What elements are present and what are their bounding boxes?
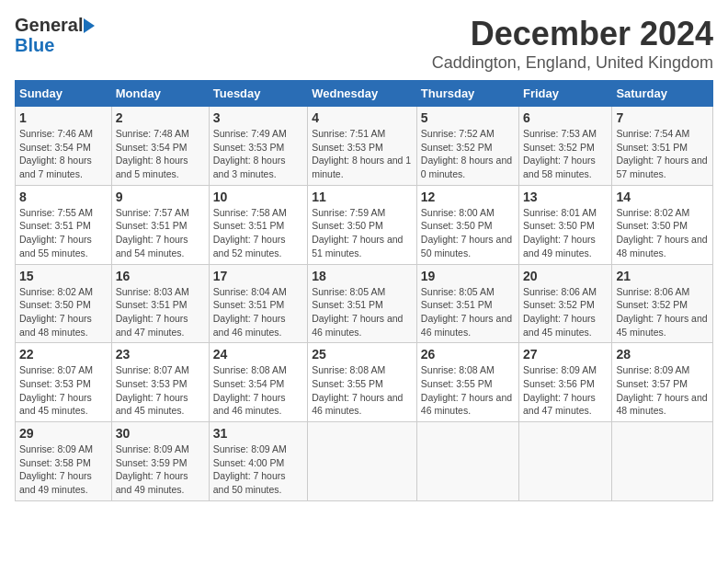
day-number: 17 bbox=[213, 269, 303, 283]
day-info: Sunrise: 8:08 AMSunset: 3:55 PMDaylight:… bbox=[421, 364, 512, 416]
calendar-subtitle: Caddington, England, United Kingdom bbox=[432, 53, 713, 73]
day-info: Sunrise: 8:04 AMSunset: 3:51 PMDaylight:… bbox=[213, 286, 287, 338]
day-info: Sunrise: 8:07 AMSunset: 3:53 PMDaylight:… bbox=[19, 364, 93, 416]
day-info: Sunrise: 8:09 AMSunset: 3:57 PMDaylight:… bbox=[616, 364, 707, 416]
calendar-cell: 21 Sunrise: 8:06 AMSunset: 3:52 PMDaylig… bbox=[612, 264, 713, 343]
calendar-cell: 24 Sunrise: 8:08 AMSunset: 3:54 PMDaylig… bbox=[209, 343, 307, 422]
header-wednesday: Wednesday bbox=[308, 81, 417, 107]
day-number: 28 bbox=[616, 347, 709, 362]
day-number: 7 bbox=[616, 110, 709, 125]
day-info: Sunrise: 8:00 AMSunset: 3:50 PMDaylight:… bbox=[421, 207, 512, 259]
calendar-cell bbox=[612, 422, 713, 501]
header-tuesday: Tuesday bbox=[209, 81, 307, 107]
header-sunday: Sunday bbox=[16, 81, 112, 107]
day-info: Sunrise: 8:07 AMSunset: 3:53 PMDaylight:… bbox=[116, 364, 189, 416]
day-number: 21 bbox=[616, 269, 709, 283]
day-number: 30 bbox=[116, 426, 205, 441]
day-number: 3 bbox=[213, 110, 303, 125]
calendar-cell: 9 Sunrise: 7:57 AMSunset: 3:51 PMDayligh… bbox=[111, 185, 209, 264]
day-number: 26 bbox=[421, 347, 515, 362]
calendar-week-row: 22 Sunrise: 8:07 AMSunset: 3:53 PMDaylig… bbox=[16, 343, 713, 422]
day-info: Sunrise: 8:02 AMSunset: 3:50 PMDaylight:… bbox=[616, 207, 707, 259]
calendar-cell: 26 Sunrise: 8:08 AMSunset: 3:55 PMDaylig… bbox=[416, 343, 518, 422]
header-thursday: Thursday bbox=[416, 81, 518, 107]
day-info: Sunrise: 8:06 AMSunset: 3:52 PMDaylight:… bbox=[616, 286, 707, 338]
day-number: 2 bbox=[116, 110, 205, 125]
calendar-table: SundayMondayTuesdayWednesdayThursdayFrid… bbox=[15, 80, 713, 501]
calendar-week-row: 8 Sunrise: 7:55 AMSunset: 3:51 PMDayligh… bbox=[16, 185, 713, 264]
day-number: 1 bbox=[19, 110, 108, 125]
day-info: Sunrise: 8:05 AMSunset: 3:51 PMDaylight:… bbox=[421, 286, 512, 338]
calendar-cell: 7 Sunrise: 7:54 AMSunset: 3:51 PMDayligh… bbox=[612, 107, 713, 186]
day-number: 27 bbox=[523, 347, 608, 362]
day-info: Sunrise: 7:59 AMSunset: 3:50 PMDaylight:… bbox=[312, 207, 403, 259]
calendar-cell: 12 Sunrise: 8:00 AMSunset: 3:50 PMDaylig… bbox=[416, 185, 518, 264]
day-number: 9 bbox=[116, 190, 205, 204]
day-info: Sunrise: 7:52 AMSunset: 3:52 PMDaylight:… bbox=[421, 128, 512, 179]
day-info: Sunrise: 7:51 AMSunset: 3:53 PMDaylight:… bbox=[312, 128, 411, 179]
day-number: 18 bbox=[312, 269, 413, 283]
day-number: 10 bbox=[213, 190, 303, 204]
calendar-cell: 31 Sunrise: 8:09 AMSunset: 4:00 PMDaylig… bbox=[209, 422, 307, 501]
day-info: Sunrise: 8:01 AMSunset: 3:50 PMDaylight:… bbox=[523, 207, 597, 259]
day-info: Sunrise: 7:54 AMSunset: 3:51 PMDaylight:… bbox=[616, 128, 707, 179]
day-info: Sunrise: 8:05 AMSunset: 3:51 PMDaylight:… bbox=[312, 286, 403, 338]
calendar-cell: 5 Sunrise: 7:52 AMSunset: 3:52 PMDayligh… bbox=[416, 107, 518, 186]
calendar-week-row: 15 Sunrise: 8:02 AMSunset: 3:50 PMDaylig… bbox=[16, 264, 713, 343]
day-number: 8 bbox=[19, 190, 108, 204]
calendar-cell: 8 Sunrise: 7:55 AMSunset: 3:51 PMDayligh… bbox=[16, 185, 112, 264]
day-number: 23 bbox=[116, 347, 205, 362]
header-friday: Friday bbox=[519, 81, 612, 107]
calendar-cell: 16 Sunrise: 8:03 AMSunset: 3:51 PMDaylig… bbox=[111, 264, 209, 343]
day-number: 13 bbox=[523, 190, 608, 204]
calendar-cell: 28 Sunrise: 8:09 AMSunset: 3:57 PMDaylig… bbox=[612, 343, 713, 422]
calendar-cell: 10 Sunrise: 7:58 AMSunset: 3:51 PMDaylig… bbox=[209, 185, 307, 264]
day-number: 15 bbox=[19, 269, 108, 283]
calendar-cell: 17 Sunrise: 8:04 AMSunset: 3:51 PMDaylig… bbox=[209, 264, 307, 343]
day-info: Sunrise: 7:46 AMSunset: 3:54 PMDaylight:… bbox=[19, 128, 93, 179]
calendar-cell: 22 Sunrise: 8:07 AMSunset: 3:53 PMDaylig… bbox=[16, 343, 112, 422]
logo-top-text: General bbox=[15, 15, 95, 35]
calendar-cell: 11 Sunrise: 7:59 AMSunset: 3:50 PMDaylig… bbox=[308, 185, 417, 264]
day-number: 24 bbox=[213, 347, 303, 362]
logo: General Blue bbox=[15, 15, 95, 55]
day-info: Sunrise: 7:49 AMSunset: 3:53 PMDaylight:… bbox=[213, 128, 287, 179]
calendar-cell: 15 Sunrise: 8:02 AMSunset: 3:50 PMDaylig… bbox=[16, 264, 112, 343]
calendar-cell: 1 Sunrise: 7:46 AMSunset: 3:54 PMDayligh… bbox=[16, 107, 112, 186]
calendar-title: December 2024 bbox=[432, 15, 713, 53]
calendar-cell: 23 Sunrise: 8:07 AMSunset: 3:53 PMDaylig… bbox=[111, 343, 209, 422]
day-number: 6 bbox=[523, 110, 608, 125]
day-number: 29 bbox=[19, 426, 108, 441]
calendar-cell: 4 Sunrise: 7:51 AMSunset: 3:53 PMDayligh… bbox=[308, 107, 417, 186]
calendar-cell: 18 Sunrise: 8:05 AMSunset: 3:51 PMDaylig… bbox=[308, 264, 417, 343]
day-info: Sunrise: 7:58 AMSunset: 3:51 PMDaylight:… bbox=[213, 207, 287, 259]
calendar-cell: 20 Sunrise: 8:06 AMSunset: 3:52 PMDaylig… bbox=[519, 264, 612, 343]
day-info: Sunrise: 8:09 AMSunset: 4:00 PMDaylight:… bbox=[213, 443, 287, 495]
day-number: 5 bbox=[421, 110, 515, 125]
calendar-cell: 13 Sunrise: 8:01 AMSunset: 3:50 PMDaylig… bbox=[519, 185, 612, 264]
day-number: 19 bbox=[421, 269, 515, 283]
day-number: 22 bbox=[19, 347, 108, 362]
calendar-week-row: 1 Sunrise: 7:46 AMSunset: 3:54 PMDayligh… bbox=[16, 107, 713, 186]
calendar-cell: 30 Sunrise: 8:09 AMSunset: 3:59 PMDaylig… bbox=[111, 422, 209, 501]
day-info: Sunrise: 8:09 AMSunset: 3:59 PMDaylight:… bbox=[116, 443, 189, 495]
calendar-cell: 6 Sunrise: 7:53 AMSunset: 3:52 PMDayligh… bbox=[519, 107, 612, 186]
header-monday: Monday bbox=[111, 81, 209, 107]
day-info: Sunrise: 8:09 AMSunset: 3:58 PMDaylight:… bbox=[19, 443, 93, 495]
day-info: Sunrise: 7:48 AMSunset: 3:54 PMDaylight:… bbox=[116, 128, 189, 179]
calendar-cell: 25 Sunrise: 8:08 AMSunset: 3:55 PMDaylig… bbox=[308, 343, 417, 422]
day-number: 14 bbox=[616, 190, 709, 204]
day-info: Sunrise: 7:57 AMSunset: 3:51 PMDaylight:… bbox=[116, 207, 189, 259]
calendar-cell: 27 Sunrise: 8:09 AMSunset: 3:56 PMDaylig… bbox=[519, 343, 612, 422]
logo-bottom-text: Blue bbox=[15, 35, 95, 55]
calendar-cell: 14 Sunrise: 8:02 AMSunset: 3:50 PMDaylig… bbox=[612, 185, 713, 264]
day-number: 16 bbox=[116, 269, 205, 283]
calendar-cell: 29 Sunrise: 8:09 AMSunset: 3:58 PMDaylig… bbox=[16, 422, 112, 501]
day-info: Sunrise: 8:06 AMSunset: 3:52 PMDaylight:… bbox=[523, 286, 597, 338]
day-info: Sunrise: 7:55 AMSunset: 3:51 PMDaylight:… bbox=[19, 207, 93, 259]
day-number: 12 bbox=[421, 190, 515, 204]
day-number: 25 bbox=[312, 347, 413, 362]
calendar-cell: 2 Sunrise: 7:48 AMSunset: 3:54 PMDayligh… bbox=[111, 107, 209, 186]
day-number: 11 bbox=[312, 190, 413, 204]
day-info: Sunrise: 8:02 AMSunset: 3:50 PMDaylight:… bbox=[19, 286, 93, 338]
